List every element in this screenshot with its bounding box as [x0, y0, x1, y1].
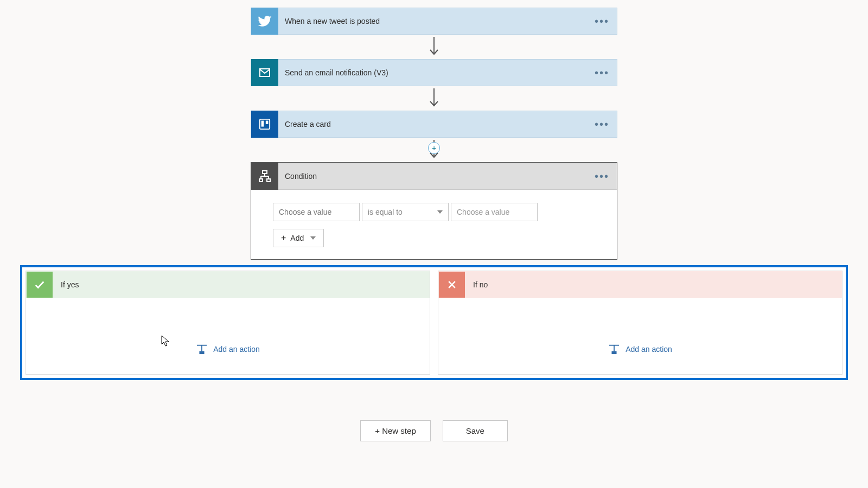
condition-add-label: Add	[290, 234, 304, 242]
chevron-down-icon	[437, 210, 443, 214]
chevron-down-icon	[310, 236, 316, 240]
arrow-icon	[427, 35, 441, 59]
add-action-no[interactable]: Add an action	[608, 344, 672, 355]
svg-rect-5	[266, 121, 269, 124]
new-step-button[interactable]: + New step	[360, 420, 430, 441]
condition-title: Condition	[278, 172, 617, 181]
condition-add-button[interactable]: + Add	[273, 229, 324, 247]
branch-yes-label: If yes	[53, 280, 79, 289]
save-button[interactable]: Save	[443, 420, 508, 441]
insert-step-button[interactable]: +	[428, 142, 440, 154]
add-action-yes[interactable]: Add an action	[196, 344, 260, 355]
condition-operator-label: is equal to	[368, 208, 403, 216]
step-trello[interactable]: Create a card •••	[251, 111, 617, 138]
condition-card: Condition ••• Choose a value is equal to…	[251, 162, 617, 260]
condition-right-input[interactable]: Choose a value	[451, 203, 538, 221]
arrow-icon	[427, 86, 441, 111]
step-menu-icon[interactable]: •••	[595, 170, 609, 182]
condition-branches-frame: If yes Add an action If no	[20, 265, 848, 380]
add-action-icon	[196, 344, 208, 355]
step-twitter[interactable]: When a new tweet is posted •••	[251, 8, 617, 35]
step-menu-icon[interactable]: •••	[595, 15, 609, 28]
step-twitter-label: When a new tweet is posted	[278, 17, 617, 25]
check-icon	[27, 272, 53, 298]
plus-icon: +	[281, 234, 286, 242]
branch-if-no: If no Add an action	[438, 271, 843, 375]
svg-rect-4	[261, 121, 264, 127]
add-action-icon	[608, 344, 620, 355]
condition-icon	[251, 163, 278, 190]
svg-rect-13	[267, 179, 270, 182]
branch-no-label: If no	[465, 280, 488, 289]
add-action-no-label: Add an action	[626, 345, 672, 354]
svg-rect-16	[200, 351, 205, 354]
step-menu-icon[interactable]: •••	[595, 67, 609, 79]
condition-left-input[interactable]: Choose a value	[273, 203, 360, 221]
svg-rect-12	[259, 179, 263, 182]
condition-header[interactable]: Condition •••	[251, 163, 617, 190]
step-menu-icon[interactable]: •••	[595, 118, 609, 131]
branch-no-header[interactable]: If no	[438, 271, 842, 298]
svg-rect-7	[263, 171, 267, 174]
trello-icon	[251, 111, 278, 138]
branch-if-yes: If yes Add an action	[25, 271, 430, 375]
step-email-label: Send an email notification (V3)	[278, 68, 617, 77]
email-icon	[251, 59, 278, 86]
branch-yes-header[interactable]: If yes	[26, 271, 430, 298]
step-email[interactable]: Send an email notification (V3) •••	[251, 59, 617, 86]
step-trello-label: Create a card	[278, 120, 617, 129]
condition-operator-select[interactable]: is equal to	[362, 203, 449, 221]
twitter-icon	[251, 8, 278, 35]
close-icon	[439, 272, 465, 298]
svg-rect-21	[612, 351, 617, 354]
add-action-yes-label: Add an action	[213, 345, 260, 354]
